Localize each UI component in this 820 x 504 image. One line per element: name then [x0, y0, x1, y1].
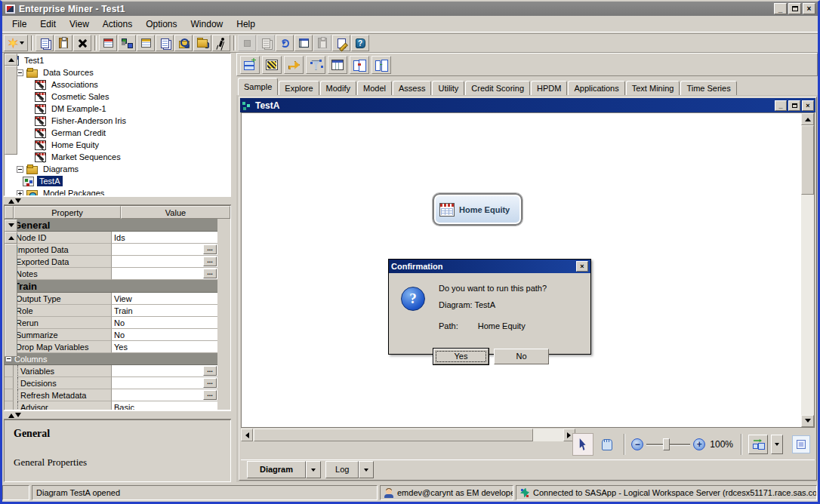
property-row-decisions[interactable]: Decisions ...	[5, 377, 217, 389]
create-library-button[interactable]	[137, 35, 155, 51]
tree-item-diagrams[interactable]: Diagrams	[5, 163, 217, 175]
paste-button[interactable]	[54, 35, 72, 51]
tree-item-model-packages[interactable]: Model Packages	[5, 187, 217, 196]
scroll-down-button[interactable]	[5, 53, 17, 54]
node-file-import-button[interactable]	[284, 56, 304, 74]
dialog-close-button[interactable]: ×	[576, 261, 588, 272]
property-row-output-type[interactable]: Output Type View	[5, 293, 217, 305]
property-row-summarize[interactable]: Summarize No	[5, 329, 217, 341]
property-row-rerun[interactable]: Rerun No	[5, 317, 217, 329]
property-row-drop-map-variables[interactable]: Drop Map Variables Yes	[5, 341, 217, 353]
yes-button[interactable]: Yes	[433, 349, 489, 364]
node-sample-button[interactable]	[371, 56, 391, 74]
canvas-vertical-scrollbar[interactable]	[801, 113, 814, 427]
menu-file[interactable]: File	[5, 17, 33, 32]
collapse-icon[interactable]	[17, 69, 23, 76]
tab-text-mining[interactable]: Text Mining	[626, 81, 680, 95]
tab-model[interactable]: Model	[357, 81, 392, 95]
menu-window[interactable]: Window	[184, 17, 230, 32]
scrollbar-thumb[interactable]	[254, 429, 533, 441]
tab-hpdm[interactable]: HPDM	[531, 81, 567, 95]
splitter-collapse-down-icon[interactable]	[15, 413, 21, 420]
notes-button[interactable]	[156, 35, 174, 51]
node-filter-button[interactable]	[306, 56, 325, 74]
layout-button[interactable]	[748, 435, 768, 454]
ellipsis-button[interactable]: ...	[203, 378, 217, 388]
tab-applications[interactable]: Applications	[568, 81, 624, 95]
diagram-minimize-button[interactable]: _	[775, 100, 787, 111]
scrollbar-thumb[interactable]	[801, 125, 814, 195]
menu-help[interactable]: Help	[230, 17, 262, 32]
scroll-down-button[interactable]	[801, 415, 814, 427]
diagram-close-button[interactable]: ×	[802, 100, 814, 111]
tree-item-fisher-anderson-iris[interactable]: Fisher-Anderson Iris	[5, 115, 217, 127]
tab-assess[interactable]: Assess	[393, 81, 431, 95]
property-row-advisor[interactable]: Advisor Basic	[5, 401, 217, 410]
property-row-exported-data[interactable]: Exported Data ...	[5, 256, 217, 268]
diagram-restore-button[interactable]	[788, 100, 800, 111]
canvas-horizontal-scrollbar[interactable]	[241, 429, 575, 441]
subsection-columns[interactable]: Columns	[5, 353, 217, 365]
wizard-button[interactable]	[332, 35, 350, 51]
scroll-up-button[interactable]	[5, 54, 17, 66]
select-tool-button[interactable]	[572, 433, 593, 456]
close-button[interactable]: ×	[803, 3, 815, 14]
delete-button[interactable]	[73, 35, 91, 51]
no-button[interactable]: No	[494, 349, 549, 364]
zoom-slider[interactable]	[646, 437, 690, 452]
scrollbar-thumb[interactable]	[5, 244, 17, 357]
log-tab[interactable]: Log	[325, 461, 359, 478]
property-row-variables[interactable]: Variables ...	[5, 365, 217, 377]
tab-modify[interactable]: Modify	[320, 81, 356, 95]
scrollbar-thumb[interactable]	[5, 66, 17, 155]
ellipsis-button[interactable]: ...	[203, 366, 217, 376]
tab-explore[interactable]: Explore	[279, 81, 319, 95]
tree-item-dm-example-1[interactable]: DM Example-1	[5, 103, 217, 115]
expand-icon[interactable]	[17, 190, 23, 197]
ellipsis-button[interactable]: ...	[203, 390, 217, 400]
create-diagram-button[interactable]	[118, 35, 136, 51]
diagram-tab-menu-button[interactable]	[306, 461, 321, 478]
ellipsis-button[interactable]: ...	[203, 257, 217, 266]
scroll-up-button[interactable]	[5, 232, 17, 244]
tree-item-german-credit[interactable]: German Credit	[5, 127, 217, 139]
refresh-button[interactable]	[276, 35, 294, 51]
property-row-notes[interactable]: Notes ...	[5, 268, 217, 280]
minimize-button[interactable]: _	[774, 3, 787, 14]
splitter-collapse-up-icon[interactable]	[8, 196, 14, 204]
tab-sample[interactable]: Sample	[238, 78, 278, 95]
ellipsis-button[interactable]: ...	[203, 269, 217, 278]
pan-tool-button[interactable]	[597, 433, 618, 456]
menu-edit[interactable]: Edit	[33, 17, 63, 32]
node-merge-button[interactable]	[350, 56, 369, 74]
tree-item-project-root[interactable]: Test1	[5, 54, 217, 66]
diagram-window-titlebar[interactable]: TestA _ ×	[240, 98, 815, 112]
cascade-windows-button[interactable]	[294, 35, 313, 51]
tab-time-series[interactable]: Time Series	[680, 81, 736, 95]
open-button[interactable]	[193, 35, 211, 51]
scroll-up-button[interactable]	[801, 113, 814, 125]
tree-item-associations[interactable]: Associations	[5, 78, 217, 91]
layout-menu-button[interactable]	[771, 435, 783, 454]
node-append-button[interactable]	[240, 56, 260, 74]
tab-utility[interactable]: Utility	[432, 81, 464, 95]
zoom-in-button[interactable]: +	[693, 438, 705, 450]
explore-button[interactable]	[174, 35, 193, 51]
tree-item-home-equity[interactable]: Home Equity	[5, 139, 217, 151]
log-tab-menu-button[interactable]	[359, 461, 374, 478]
diagram-canvas[interactable]: Home Equity Confirmation × ? Do you want…	[241, 112, 815, 428]
overview-button[interactable]	[792, 435, 810, 453]
tree-item-data-sources[interactable]: Data Sources	[5, 66, 217, 78]
scroll-down-button[interactable]	[5, 220, 17, 232]
collapse-icon[interactable]	[17, 166, 23, 173]
tree-properties-splitter[interactable]	[4, 196, 231, 205]
node-input-data-button[interactable]	[328, 56, 347, 74]
home-equity-node[interactable]: Home Equity	[433, 193, 523, 226]
property-row-refresh-metadata[interactable]: Refresh Metadata ...	[5, 389, 217, 401]
property-row-node-id[interactable]: Node ID Ids	[5, 232, 217, 244]
property-row-role[interactable]: Role Train	[5, 305, 217, 317]
copy-button[interactable]	[35, 35, 54, 51]
tree-item-cosmetic-sales[interactable]: Cosmetic Sales	[5, 91, 217, 103]
splitter-collapse-down-icon[interactable]	[15, 198, 21, 206]
splitter-collapse-up-icon[interactable]	[8, 410, 14, 418]
